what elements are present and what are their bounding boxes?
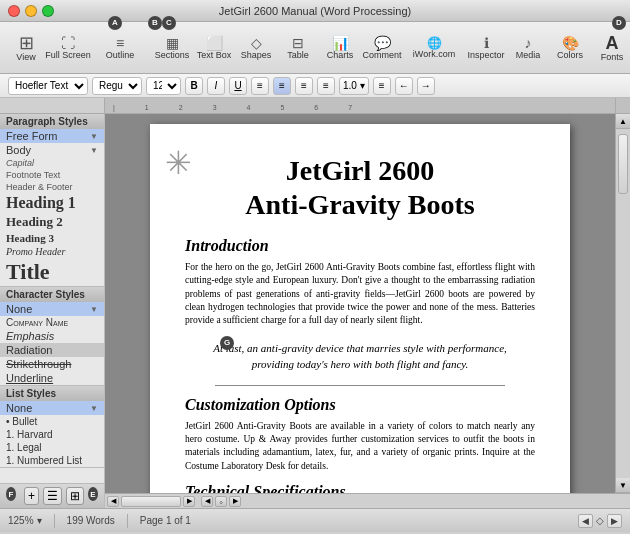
horizontal-scrollbar[interactable]: ◀ ▶ ◀ ⬦ ▶ — [105, 493, 630, 508]
table-button[interactable]: ⊟ Table — [280, 34, 316, 62]
list-style-none[interactable]: None ▼ — [0, 401, 104, 415]
annotation-D: D — [612, 16, 626, 30]
icon-view-button[interactable]: ⊞ — [66, 487, 84, 505]
inspector-button[interactable]: ℹ Inspector — [468, 34, 504, 62]
scroll-up-button[interactable]: ▲ — [616, 114, 630, 129]
underline-button[interactable]: U — [229, 77, 247, 95]
paragraph-style-promo[interactable]: Promo Header — [0, 245, 104, 258]
nav-prev-button[interactable]: ◀ — [578, 514, 593, 528]
align-justify-button[interactable]: ≡ — [317, 77, 335, 95]
table-label: Table — [287, 50, 309, 60]
scroll-track[interactable] — [616, 129, 630, 478]
paragraph-style-header-footer[interactable]: Header & Footer — [0, 181, 104, 193]
media-button[interactable]: ♪ Media — [510, 34, 546, 62]
paragraph-style-body[interactable]: Body ▼ — [0, 143, 104, 157]
list-style-legal[interactable]: 1. Legal — [0, 441, 104, 454]
charts-label: Charts — [327, 50, 354, 60]
scroll-thumb[interactable] — [618, 134, 628, 194]
status-separator-1 — [54, 514, 55, 528]
align-left-button[interactable]: ≡ — [251, 77, 269, 95]
font-style-select[interactable]: Regular — [92, 77, 142, 95]
outline-button[interactable]: ≡ Outline — [102, 34, 138, 62]
indent-increase-button[interactable]: → — [417, 77, 435, 95]
shapes-button[interactable]: ◇ Shapes — [238, 34, 274, 62]
align-center-button[interactable]: ≡ — [273, 77, 291, 95]
list-view-button[interactable]: ☰ — [43, 487, 62, 505]
iwork-button[interactable]: 🌐 iWork.com — [416, 35, 452, 61]
paragraph-styles-title: Paragraph Styles — [6, 116, 88, 127]
annotation-A: A — [108, 16, 122, 30]
list-style-numbered[interactable]: 1. Numbered List — [0, 454, 104, 467]
zoom-control[interactable]: 125% ▾ — [8, 515, 42, 526]
scroll-down-button[interactable]: ▼ — [616, 478, 630, 493]
document-scroll[interactable]: G ✳ JetGirl 2600 Anti-Gravity Boots — [105, 114, 615, 493]
format-bar: Hoefler Text Regular 12 B I U ≡ ≡ ≡ ≡ 1.… — [0, 74, 630, 98]
h-scroll-right-button[interactable]: ▶ — [183, 496, 195, 507]
minimize-button[interactable] — [25, 5, 37, 17]
character-style-none[interactable]: None ▼ — [0, 302, 104, 316]
paragraph-style-heading2[interactable]: Heading 2 — [0, 213, 104, 231]
view-button[interactable]: ⊞ View — [8, 32, 44, 64]
fullscreen-button[interactable]: ⛶ Full Screen — [50, 34, 86, 62]
page-prev-button[interactable]: ◀ — [201, 496, 213, 507]
paragraph-style-capital[interactable]: Capital — [0, 157, 104, 169]
character-style-radiation[interactable]: Radiation — [0, 343, 104, 357]
font-size-select[interactable]: 12 — [146, 77, 181, 95]
list-style-button[interactable]: ≡ — [373, 77, 391, 95]
document-page: ✳ JetGirl 2600 Anti-Gravity Boots Introd… — [150, 124, 570, 493]
close-button[interactable] — [8, 5, 20, 17]
ruler-scrollbar-spacer — [615, 98, 630, 113]
view-icon: ⊞ — [19, 34, 34, 52]
sections-button[interactable]: ▦ Sections — [154, 34, 190, 62]
ruler: | 1 2 3 4 5 6 7 — [0, 98, 630, 114]
comment-button[interactable]: 💬 Comment — [364, 34, 400, 62]
paragraph-style-heading3[interactable]: Heading 3 — [0, 231, 104, 245]
h-scroll-left-button[interactable]: ◀ — [107, 496, 119, 507]
page-anchor-button[interactable]: ⬦ — [215, 496, 227, 507]
align-right-button[interactable]: ≡ — [295, 77, 313, 95]
paragraph-style-freeform[interactable]: Free Form ▼ — [0, 129, 104, 143]
textbox-label: Text Box — [197, 50, 232, 60]
indent-decrease-button[interactable]: ← — [395, 77, 413, 95]
colors-button[interactable]: 🎨 Colors — [552, 34, 588, 62]
textbox-icon: ⬜ — [206, 36, 223, 50]
character-style-company[interactable]: Company Name — [0, 316, 104, 329]
line-spacing-select[interactable]: 1.0 ▾ — [339, 77, 369, 95]
add-style-button[interactable]: + — [24, 487, 39, 505]
charts-button[interactable]: 📊 Charts — [322, 34, 358, 62]
paragraph-style-footnote[interactable]: Footnote Text — [0, 169, 104, 181]
font-family-select[interactable]: Hoefler Text — [8, 77, 88, 95]
annotation-E: E — [88, 487, 98, 501]
italic-button[interactable]: I — [207, 77, 225, 95]
vertical-scrollbar[interactable]: ▲ ▼ — [615, 114, 630, 493]
inspector-icon: ℹ — [484, 36, 489, 50]
word-count: 199 Words — [67, 515, 115, 526]
page-next-button[interactable]: ▶ — [229, 496, 241, 507]
sections-label: Sections — [155, 50, 190, 60]
nav-diamond-icon: ◇ — [596, 515, 604, 526]
list-style-harvard[interactable]: 1. Harvard — [0, 428, 104, 441]
comment-label: Comment — [363, 50, 402, 60]
fonts-button[interactable]: A Fonts — [594, 32, 630, 64]
list-style-bullet[interactable]: • Bullet — [0, 415, 104, 428]
dropdown-arrow-icon: ▼ — [90, 132, 98, 141]
character-style-underline[interactable]: Underline — [0, 371, 104, 385]
h-scroll-thumb[interactable] — [121, 496, 181, 507]
list-styles-header: List Styles — [0, 386, 104, 401]
annotation-C: C — [162, 16, 176, 30]
doc-logo: ✳ — [165, 144, 192, 182]
bold-button[interactable]: B — [185, 77, 203, 95]
maximize-button[interactable] — [42, 5, 54, 17]
textbox-button[interactable]: ⬜ Text Box — [196, 34, 232, 62]
character-style-emphasis[interactable]: Emphasis — [0, 329, 104, 343]
character-style-strikethrough[interactable]: Strikethrough — [0, 357, 104, 371]
doc-customization-heading: Customization Options — [185, 396, 535, 414]
paragraph-style-title[interactable]: Title — [0, 258, 104, 286]
h-scroll-track[interactable]: ◀ ▶ ◀ ⬦ ▶ — [105, 494, 630, 508]
paragraph-style-heading1[interactable]: Heading 1 — [0, 193, 104, 213]
nav-next-button[interactable]: ▶ — [607, 514, 622, 528]
outline-icon: ≡ — [116, 36, 124, 50]
page-navigation[interactable]: ◀ ◇ ▶ — [578, 514, 622, 528]
window-controls[interactable] — [8, 5, 54, 17]
doc-customization-body: JetGirl 2600 Anti-Gravity Boots are avai… — [185, 420, 535, 473]
